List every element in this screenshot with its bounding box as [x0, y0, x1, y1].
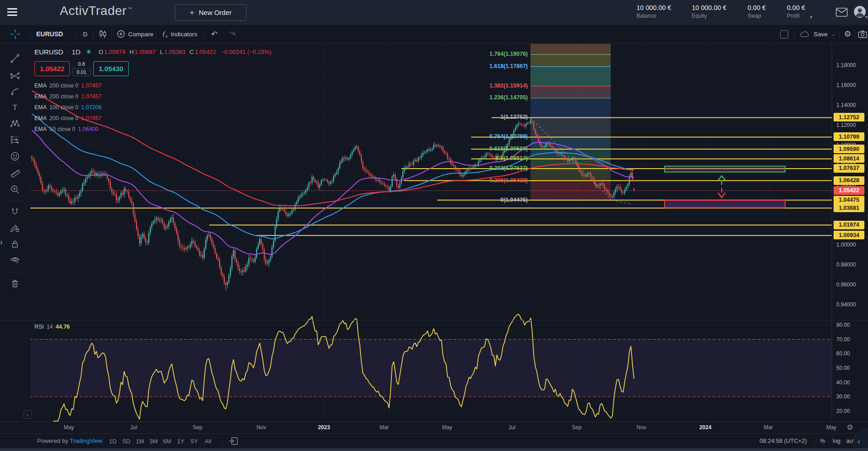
market-open-dot-icon	[87, 49, 91, 54]
user-avatar[interactable]	[854, 5, 866, 20]
indicators-button[interactable]: ƒx Indicators	[162, 25, 197, 43]
watchlist-expand-button[interactable]: ›	[0, 238, 3, 247]
range-6m[interactable]: 6M	[160, 438, 174, 445]
undo-button[interactable]: ↶	[211, 25, 217, 43]
bottom-toolbar: Powered by TradingView 1D 5D 1M 3M 6M 1Y…	[0, 433, 868, 449]
time-axis[interactable]: ⚙ MayJulSepNov2023MarMayJulSepNov2024Mar…	[0, 422, 868, 434]
profit-stat: 0.00 € Profit	[787, 4, 805, 19]
indicator-row-ema100[interactable]: EMA100 close 0 1.07206	[34, 102, 271, 113]
indicator-row-ema200[interactable]: EMA200 close 0 1.07457	[34, 113, 271, 124]
rsi-legend-row[interactable]: RSI 14 44.76	[34, 324, 70, 330]
range-1d[interactable]: 1D	[106, 438, 120, 445]
measure-tool[interactable]	[10, 168, 20, 178]
session-clock[interactable]: 08:24:58 (UTC+2)	[754, 437, 807, 444]
magnet-tool[interactable]	[10, 207, 20, 217]
price-tick: 1.14000	[836, 102, 856, 108]
time-label: May	[436, 424, 458, 431]
hide-drawings-tool[interactable]	[10, 255, 20, 265]
price-level-badge: 1.03681	[834, 204, 864, 212]
chart-select-checkbox[interactable]	[780, 30, 788, 39]
redo-button[interactable]: ↷	[223, 25, 236, 43]
range-buttons: 1D 5D 1M 3M 6M 1Y 5Y All	[106, 434, 215, 449]
gann-fib-tool[interactable]	[10, 70, 20, 80]
percent-scale-toggle[interactable]: %	[820, 437, 825, 444]
undo-icon: ↶	[211, 29, 217, 39]
balance-value: 10 000.00 €	[637, 4, 671, 11]
save-dropdown-caret: ⌄	[832, 32, 835, 37]
indicators-label: Indicators	[171, 31, 198, 38]
emoji-tool[interactable]	[10, 151, 20, 161]
price-level-badge: 1.07637	[834, 164, 864, 173]
compare-label: Compare	[128, 31, 154, 38]
app-logo: ActivTrader™	[60, 4, 132, 18]
compare-button[interactable]: Compare	[117, 25, 154, 43]
time-label: Jul	[501, 424, 523, 431]
price-level-badge: 1.08614	[834, 154, 864, 163]
gear-icon: ⚙	[844, 29, 851, 39]
range-all[interactable]: All	[201, 438, 215, 445]
plus-icon: +	[190, 8, 194, 17]
avatar-dropdown-caret[interactable]: ▾	[865, 15, 868, 19]
chart-legend: EURUSD · 1D O1.05674 H1.05687 L1.05383 C…	[34, 47, 271, 135]
balance-label: Balance	[637, 13, 671, 19]
symbol-title-row[interactable]: EURUSD · 1D O1.05674 H1.05687 L1.05383 C…	[34, 47, 271, 56]
save-button[interactable]: Save ⌄	[800, 25, 835, 43]
axis-settings-gear-icon[interactable]: ⚙	[847, 423, 853, 432]
price-level-badge: 1.00934	[834, 231, 864, 239]
range-5d[interactable]: 5D	[120, 438, 133, 445]
drawing-mode-lock-tool[interactable]	[10, 223, 20, 233]
brush-tool[interactable]	[10, 86, 20, 96]
forecast-tool[interactable]	[10, 135, 20, 145]
compare-icon	[117, 30, 125, 38]
sell-button[interactable]: 1.05422	[34, 61, 70, 76]
spread-widget[interactable]: 0.8 0.01	[70, 61, 93, 76]
symbol-button[interactable]: EURUSD	[36, 25, 63, 43]
rsi-pane-collapse-button[interactable]: ‹	[24, 410, 31, 419]
menu-icon[interactable]	[7, 8, 17, 16]
mail-icon[interactable]	[836, 7, 848, 19]
fib-band	[530, 98, 611, 117]
price-tick: 1.16000	[836, 82, 856, 88]
legend-interval: 1D	[72, 48, 80, 56]
quantity-box[interactable]: 0.01	[72, 68, 91, 76]
go-to-date-button[interactable]	[228, 436, 238, 447]
range-3m[interactable]: 3M	[147, 438, 160, 445]
trend-line-tool[interactable]	[10, 53, 20, 63]
swap-stat: 0.00 € Swap	[747, 4, 766, 19]
chart-settings-button[interactable]: ⚙	[844, 25, 851, 43]
range-5y[interactable]: 5Y	[188, 438, 201, 445]
quote-panel: 1.05422 0.8 0.01 1.05430	[34, 61, 271, 76]
remove-drawings-tool[interactable]	[10, 278, 20, 288]
zoom-in-tool[interactable]	[10, 184, 20, 194]
range-1m[interactable]: 1M	[133, 438, 147, 445]
indicator-row-ema200[interactable]: EMA200 close 0 1.07457	[34, 80, 271, 91]
cloud-icon	[800, 30, 810, 38]
buy-button[interactable]: 1.05430	[93, 61, 129, 76]
new-order-button[interactable]: + New Order	[175, 4, 246, 21]
spread-value: 0.8	[78, 61, 85, 67]
log-scale-toggle[interactable]: log	[833, 437, 840, 444]
time-label: Mar	[373, 424, 395, 431]
lock-all-tool[interactable]	[10, 239, 20, 249]
fib-band	[530, 169, 611, 181]
time-label: Nov	[631, 424, 652, 431]
rsi-tick: 30.00	[836, 393, 850, 400]
price-axis[interactable]: 1.180001.160001.140001.120001.100001.080…	[832, 43, 868, 422]
redo-icon: ↷	[229, 29, 236, 39]
text-tool[interactable]: T	[10, 102, 20, 112]
fib-band	[530, 67, 611, 86]
crosshair-tool-button[interactable]	[0, 25, 30, 43]
range-1y[interactable]: 1Y	[174, 438, 188, 445]
change-value: −0.00241 (−0.23%)	[221, 48, 271, 55]
screenshot-button[interactable]	[858, 25, 867, 43]
indicator-row-ema200[interactable]: EMA200 close 0 1.07457	[34, 91, 271, 102]
xabcd-pattern-tool[interactable]	[10, 119, 20, 129]
pane-divider[interactable]	[0, 320, 868, 320]
account-dropdown-caret[interactable]: ▾	[810, 15, 812, 19]
rsi-tick: 40.00	[836, 379, 850, 386]
tradingview-link[interactable]: TradingView	[70, 437, 102, 444]
fib-level-label: 1.764(1.19076)	[489, 51, 528, 57]
indicator-row-ema50[interactable]: EMA50 close 0 1.06400	[34, 124, 271, 135]
chart-style-button[interactable]	[99, 25, 107, 43]
interval-button[interactable]: D	[81, 25, 90, 43]
